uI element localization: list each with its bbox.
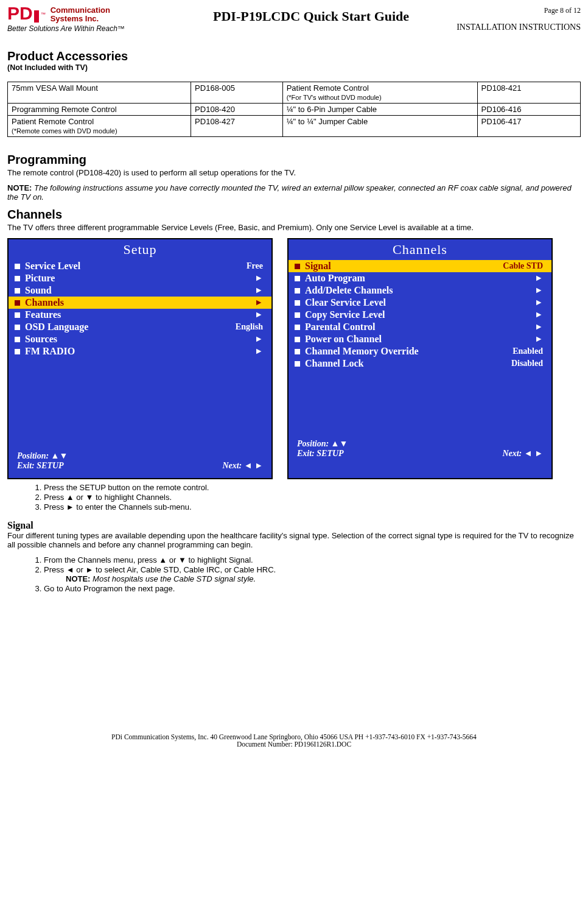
bullet-icon [295, 312, 300, 318]
note-text: Most hospitals use the Cable STD signal … [93, 574, 256, 583]
bullet-icon [295, 288, 300, 294]
menu-item-value: ► [534, 273, 543, 283]
channels-menu: Channels SignalCable STDAuto Program►Add… [287, 238, 553, 479]
footer-position: Position: ▲▼ [17, 451, 68, 461]
menu-item: OSD LanguageEnglish [9, 321, 271, 333]
bullet-icon [15, 349, 20, 354]
part-number: PD106-417 [481, 117, 522, 126]
accessories-subheading: (Not Included with TV) [7, 63, 581, 72]
menu-item-label: Sources [25, 334, 57, 345]
menu-item-label: Service Level [25, 261, 80, 272]
signal-heading: Signal [7, 520, 581, 531]
accessory-note: (*Remote comes with DVD module) [12, 127, 117, 135]
accessory-name: ¼" to 6-Pin Jumper Cable [287, 105, 377, 114]
bullet-icon [295, 264, 300, 269]
step-item: Press ► to enter the Channels sub-menu. [44, 502, 581, 512]
part-number: PD106-416 [481, 105, 522, 114]
step-item: Press ◄ or ► to select Air, Cable STD, C… [44, 565, 581, 583]
part-number: PD108-420 [195, 105, 235, 114]
menu-title: Setup [9, 239, 271, 260]
menu-item: Add/Delete Channels► [289, 284, 551, 297]
menu-item: Sources► [9, 333, 271, 345]
menu-screenshots: Setup Service LevelFreePicture►Sound►Cha… [7, 238, 581, 479]
menu-item: Service LevelFree [9, 260, 271, 272]
menu-item: FM RADIO► [9, 345, 271, 357]
page-footer: PDi Communication Systems, Inc. 40 Green… [7, 733, 581, 748]
logo-block: PD™ Communication Systems Inc. Better So… [7, 6, 166, 33]
menu-item-label: Channel Memory Override [305, 346, 419, 357]
step-item: Go to Auto Programon the next page. [44, 584, 581, 593]
menu-item-label: FM RADIO [25, 346, 75, 357]
menu-item: Parental Control► [289, 321, 551, 333]
bullet-icon [295, 361, 300, 367]
menu-item-value: ► [534, 298, 543, 308]
bullet-icon [295, 349, 300, 354]
menu-item-value: ► [254, 286, 263, 295]
menu-item-value: English [236, 322, 263, 332]
menu-item: Sound► [9, 284, 271, 297]
page-header: PD™ Communication Systems Inc. Better So… [7, 6, 581, 33]
menu-item-label: Channel Lock [305, 358, 363, 369]
page-number: Page 8 of 12 [457, 6, 581, 15]
bullet-icon [15, 325, 20, 330]
pdi-logo: PD™ [7, 6, 46, 21]
accessory-name: ¼" to ¼" Jumper Cable [287, 117, 368, 126]
menu-item-value: ► [254, 334, 263, 344]
channels-text: The TV offers three different programmab… [7, 223, 581, 232]
brand-line2: Systems Inc. [51, 14, 99, 23]
accessory-name: Patient Remote Control [287, 83, 369, 93]
accessories-heading: Product Accessories [7, 49, 581, 63]
channels-heading: Channels [7, 208, 581, 222]
menu-item: Picture► [9, 272, 271, 284]
footer-line2: Document Number: PD196I126R1.DOC [7, 740, 581, 748]
note-text: The following instructions assume you ha… [7, 183, 572, 202]
menu-item-value: Free [247, 261, 263, 271]
menu-item-value: ► [254, 273, 263, 283]
menu-item-label: Copy Service Level [305, 309, 385, 320]
step-item: Press the SETUP button on the remote con… [44, 483, 581, 492]
menu-item-label: Channels [25, 297, 64, 308]
menu-item-value: Cable STD [503, 261, 543, 271]
setup-menu: Setup Service LevelFreePicture►Sound►Cha… [7, 238, 273, 479]
footer-line1: PDi Communication Systems, Inc. 40 Green… [7, 733, 581, 740]
bullet-icon [15, 312, 20, 318]
accessory-name: Patient Remote Control [12, 117, 94, 126]
menu-item: Power on Channel► [289, 333, 551, 345]
signal-steps: From the Channels menu, press ▲ or ▼ to … [32, 555, 581, 593]
menu-item: Channel LockDisabled [289, 357, 551, 370]
brand-line1: Communication [51, 5, 110, 15]
section-label: INSTALLATION INSTRUCTIONS [457, 23, 581, 32]
bullet-icon [295, 300, 300, 306]
signal-text: Four different tuning types are availabl… [7, 531, 581, 549]
bullet-icon [295, 337, 300, 342]
menu-item-value: Enabled [513, 346, 543, 356]
footer-next: Next: ◄ ► [502, 449, 543, 459]
menu-item-value: Disabled [511, 359, 543, 368]
bullet-icon [15, 300, 20, 306]
menu-item-value: ► [534, 286, 543, 295]
bullet-icon [295, 325, 300, 330]
table-row: 75mm VESA Wall Mount PD168-005 Patient R… [8, 82, 581, 104]
step-item: From the Channels menu, press ▲ or ▼ to … [44, 555, 581, 565]
menu-item: Copy Service Level► [289, 309, 551, 321]
step-item: Press ▲ or ▼ to highlight Channels. [44, 493, 581, 502]
menu-item-label: OSD Language [25, 322, 88, 332]
menu-item: SignalCable STD [289, 260, 551, 272]
bullet-icon [15, 264, 20, 269]
menu-item: Channel Memory OverrideEnabled [289, 345, 551, 357]
menu-footer: Position: ▲▼ Exit: SETUP Next: ◄ ► [9, 449, 271, 476]
part-number: PD108-427 [195, 117, 235, 126]
menu-item-value: ► [534, 310, 543, 320]
menu-footer: Position: ▲▼ Exit: SETUP Next: ◄ ► [289, 437, 551, 463]
part-number: PD168-005 [195, 83, 235, 93]
menu-item-label: Sound [25, 285, 52, 296]
menu-item-label: Auto Program [305, 273, 365, 284]
menu-item: Clear Service Level► [289, 297, 551, 309]
bullet-icon [15, 288, 20, 294]
menu-item-label: Features [25, 309, 61, 320]
programming-note: NOTE: The following instructions assume … [7, 183, 581, 202]
footer-exit: Exit: SETUP [17, 461, 68, 471]
menu-item-label: Clear Service Level [305, 297, 386, 308]
programming-heading: Programming [7, 153, 581, 167]
programming-text: The remote control (PD108-420) is used t… [7, 168, 581, 177]
